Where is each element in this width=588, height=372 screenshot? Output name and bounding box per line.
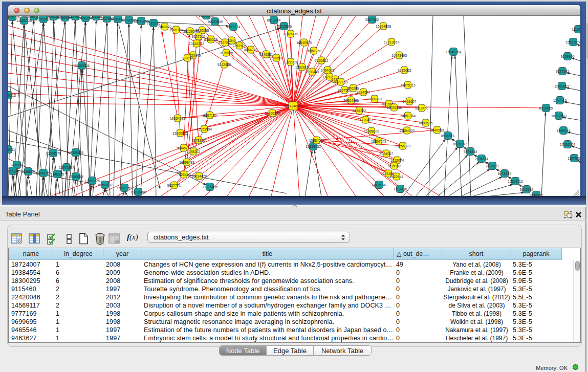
- svg-text:1112584: 1112584: [572, 28, 580, 31]
- svg-text:16099483: 16099483: [179, 161, 194, 164]
- svg-text:17359928: 17359928: [68, 151, 83, 155]
- svg-text:5226058: 5226058: [195, 29, 209, 32]
- svg-text:12942757: 12942757: [36, 171, 51, 175]
- svg-text:7625402: 7625402: [177, 173, 191, 177]
- svg-text:10973493: 10973493: [391, 54, 407, 57]
- svg-text:10654112: 10654112: [508, 180, 523, 183]
- svg-text:8186328: 8186328: [204, 38, 218, 41]
- svg-text:2522544: 2522544: [390, 175, 404, 179]
- svg-text:10688609: 10688609: [364, 129, 379, 133]
- svg-text:12505115: 12505115: [68, 175, 83, 179]
- svg-text:1640953: 1640953: [430, 128, 444, 132]
- svg-text:19218506: 19218506: [276, 25, 292, 28]
- svg-text:14055726: 14055726: [16, 19, 32, 23]
- svg-text:7632621: 7632621: [486, 164, 499, 168]
- svg-text:10975887: 10975887: [59, 166, 74, 169]
- svg-text:6899695: 6899695: [419, 121, 433, 125]
- svg-text:16782759: 16782759: [117, 186, 132, 190]
- svg-text:1498222: 1498222: [187, 150, 201, 154]
- svg-text:3675685: 3675685: [220, 51, 233, 55]
- svg-text:9113460: 9113460: [415, 106, 428, 110]
- svg-text:1156829: 1156829: [21, 170, 35, 173]
- svg-text:16033809: 16033809: [207, 20, 223, 24]
- svg-text:9245652: 9245652: [530, 193, 543, 196]
- svg-text:2935114: 2935114: [475, 157, 488, 161]
- svg-text:16154808: 16154808: [376, 25, 391, 28]
- svg-text:20160513: 20160513: [8, 94, 16, 97]
- svg-text:15720407: 15720407: [358, 118, 373, 122]
- svg-text:2616051: 2616051: [8, 148, 15, 151]
- svg-text:1969291: 1969291: [557, 129, 571, 133]
- svg-text:16961758: 16961758: [306, 49, 321, 53]
- svg-text:13716485: 13716485: [202, 185, 217, 189]
- svg-text:1546: 1546: [228, 39, 235, 42]
- svg-text:9146821: 9146821: [259, 53, 273, 56]
- svg-text:9245652: 9245652: [520, 188, 534, 191]
- svg-text:1588520: 1588520: [270, 56, 284, 60]
- svg-text:17016504: 17016504: [560, 143, 575, 146]
- svg-text:2087682: 2087682: [365, 18, 379, 21]
- svg-text:1990443: 1990443: [306, 70, 319, 74]
- svg-text:12923468: 12923468: [130, 190, 146, 194]
- svg-text:9474444: 9474444: [464, 150, 477, 154]
- svg-text:18300295: 18300295: [265, 112, 280, 115]
- svg-text:18807249: 18807249: [371, 140, 386, 143]
- svg-text:20364436: 20364436: [343, 99, 359, 102]
- svg-text:9242845: 9242845: [217, 63, 231, 67]
- svg-text:16033809: 16033809: [199, 16, 214, 17]
- svg-text:10807487: 10807487: [367, 97, 382, 101]
- svg-text:8471676: 8471676: [498, 172, 512, 176]
- svg-text:1167533: 1167533: [568, 157, 580, 160]
- svg-text:9384047: 9384047: [380, 152, 394, 156]
- svg-text:1435001: 1435001: [10, 163, 24, 167]
- svg-text:6879197: 6879197: [453, 142, 467, 146]
- svg-text:8454749: 8454749: [244, 48, 258, 52]
- svg-text:3267110: 3267110: [203, 114, 216, 117]
- svg-text:989012: 989012: [182, 56, 193, 60]
- svg-text:1244415: 1244415: [553, 99, 567, 102]
- svg-text:12975115: 12975115: [400, 83, 416, 87]
- svg-text:19166825: 19166825: [172, 132, 188, 135]
- svg-text:14136141: 14136141: [372, 183, 387, 187]
- svg-text:1612074: 1612074: [390, 159, 404, 162]
- svg-text:3960124: 3960124: [169, 28, 183, 32]
- svg-text:20053346: 20053346: [74, 64, 90, 68]
- svg-text:2386322: 2386322: [353, 109, 366, 113]
- svg-text:7857274: 7857274: [227, 25, 241, 29]
- svg-text:10958137: 10958137: [97, 183, 113, 187]
- svg-text:1733436: 1733436: [394, 187, 407, 191]
- svg-text:8938921: 8938921: [441, 134, 455, 138]
- svg-text:10543312: 10543312: [189, 42, 204, 46]
- svg-text:2867608: 2867608: [233, 44, 247, 48]
- svg-text:1362615: 1362615: [295, 65, 309, 69]
- svg-text:1322037: 1322037: [284, 60, 298, 64]
- svg-text:8215955: 8215955: [539, 106, 553, 110]
- svg-text:16014479: 16014479: [191, 174, 207, 178]
- svg-text:6794078: 6794078: [321, 69, 335, 72]
- svg-text:16210643: 16210643: [551, 114, 567, 118]
- svg-text:9463627: 9463627: [403, 100, 417, 103]
- svg-text:17957225: 17957225: [84, 179, 100, 183]
- svg-text:1145195: 1145195: [51, 172, 64, 176]
- svg-text:9227342: 9227342: [556, 70, 570, 73]
- svg-text:746266: 746266: [347, 86, 359, 90]
- svg-text:13654923: 13654923: [399, 129, 415, 133]
- svg-text:16648784: 16648784: [446, 50, 461, 54]
- svg-text:15751074: 15751074: [565, 40, 580, 44]
- svg-text:73756923: 73756923: [395, 144, 410, 148]
- svg-text:1615132: 1615132: [387, 164, 401, 168]
- svg-text:19384554: 19384554: [309, 139, 324, 142]
- svg-text:16640910: 16640910: [296, 41, 312, 45]
- svg-text:3624574: 3624574: [357, 91, 371, 94]
- svg-text:19654983: 19654983: [170, 117, 185, 120]
- svg-text:12213967: 12213967: [384, 40, 399, 44]
- svg-text:15138451: 15138451: [306, 145, 321, 148]
- svg-text:9777169: 9777169: [334, 80, 348, 84]
- svg-text:20206578: 20206578: [46, 151, 61, 155]
- svg-text:18724007: 18724007: [286, 104, 301, 108]
- svg-text:9657771: 9657771: [167, 184, 181, 187]
- svg-text:10025438: 10025438: [386, 106, 402, 110]
- svg-text:3915341: 3915341: [8, 169, 19, 173]
- svg-text:7515526: 7515526: [147, 21, 161, 25]
- svg-text:7485063: 7485063: [398, 69, 411, 72]
